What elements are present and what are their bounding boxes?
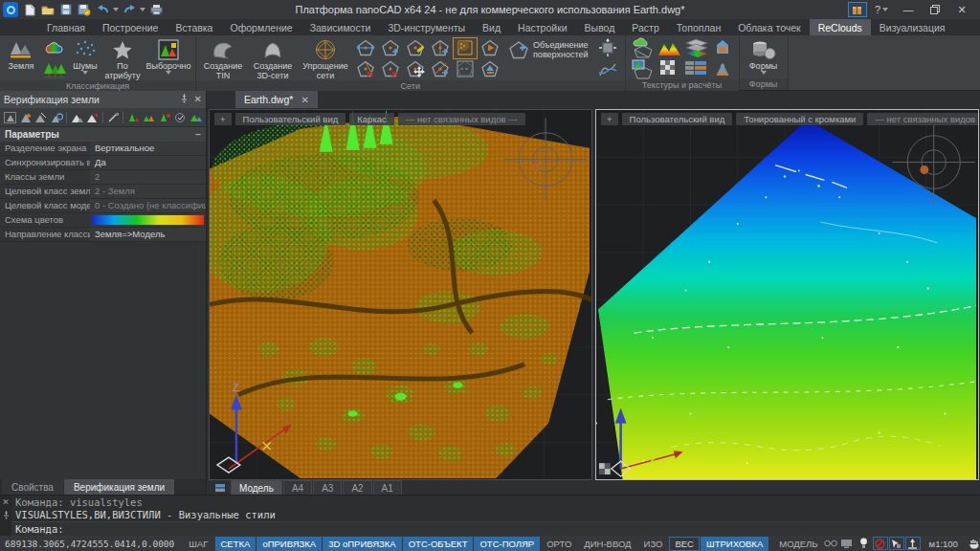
redo-dropdown-icon[interactable] — [140, 8, 145, 11]
classify-noise-button[interactable]: Шумы — [70, 37, 100, 75]
parameter-row[interactable]: Целевой класс модели 0 - Создано (не кла… — [0, 199, 206, 213]
add-to-ground-icon[interactable] — [70, 110, 83, 124]
mesh-add-edge-icon[interactable] — [429, 59, 452, 79]
ground-point-filter-icon[interactable] — [18, 110, 32, 124]
ribbon-tab[interactable]: Настройки — [509, 19, 576, 35]
ribbon-tab[interactable]: Облака точек — [729, 19, 809, 35]
remove-from-ground-icon[interactable] — [86, 110, 100, 124]
maximize-button[interactable] — [923, 1, 947, 18]
model-tab[interactable]: Модель — [231, 480, 282, 495]
classify-vegetation-icon[interactable] — [40, 59, 69, 80]
view-name-button[interactable]: Пользовательский вид — [235, 113, 346, 125]
panel-tab[interactable]: Верификация земли — [64, 479, 174, 495]
noise-dropdown-icon[interactable] — [82, 71, 88, 75]
pan-icon[interactable] — [967, 537, 980, 550]
texture-checker-icon[interactable] — [657, 59, 680, 79]
verify-orbit-icon[interactable] — [173, 110, 187, 124]
status-toggle[interactable]: ОТС-ОБЪЕКТ — [403, 537, 474, 551]
ribbon-tab[interactable]: Оформление — [221, 19, 301, 35]
texture-table-icon[interactable] — [684, 59, 707, 79]
simplify-mesh-button[interactable]: Упрощение сети — [299, 37, 352, 80]
linked-views-button[interactable]: --- нет связанных видов --- — [867, 113, 979, 125]
redo-icon[interactable] — [122, 2, 137, 17]
document-tab[interactable]: Earth.dwg* ✕ — [235, 91, 318, 108]
visual-style-button[interactable]: Тонированный с кромками — [736, 113, 863, 125]
status-toggle[interactable]: 3D оПРИВЯЗКА — [323, 537, 402, 551]
ribbon-tab[interactable]: Топоплан — [668, 19, 729, 35]
mesh-stretch-icon[interactable] — [354, 38, 377, 58]
parameter-row[interactable]: Схема цветов — [0, 213, 206, 228]
ribbon-tab[interactable]: Вид — [474, 19, 509, 35]
texture-elevation-map-icon[interactable] — [657, 38, 680, 58]
shapes-button[interactable]: Формы — [743, 37, 785, 75]
collapse-icon[interactable]: − — [195, 129, 201, 140]
visual-style-button[interactable]: Каркас — [349, 113, 394, 125]
help-button[interactable]: ? — [869, 4, 894, 15]
layout-tab[interactable]: A1 — [373, 480, 402, 495]
mesh-texture-icon[interactable] — [479, 59, 501, 79]
command-close-icon[interactable]: ✕ — [2, 497, 10, 507]
texture-layers-icon[interactable] — [684, 38, 707, 58]
linked-views-button[interactable]: --- нет связанных видов --- — [398, 113, 525, 125]
glasses-icon[interactable] — [823, 537, 838, 550]
classify-cloud-icon[interactable] — [40, 37, 69, 58]
ribbon-tab[interactable]: Вывод — [576, 19, 624, 35]
section-profile-icon[interactable] — [593, 59, 622, 80]
mesh-crop-icon[interactable] — [454, 38, 477, 58]
viewport-menu-button[interactable]: + — [214, 113, 232, 125]
classify-low-veg-icon[interactable] — [158, 110, 171, 124]
mesh-add-point-icon[interactable] — [379, 38, 402, 58]
merge-surfaces-button[interactable]: Объединениеповерхностей — [503, 37, 592, 62]
draw-line-icon[interactable] — [106, 110, 120, 124]
parameter-row[interactable]: Разделение экрана Вертикальное — [0, 142, 206, 156]
status-toggle[interactable]: ОРТО — [541, 537, 577, 551]
parameters-section-header[interactable]: Параметры− — [0, 127, 206, 142]
save-icon[interactable] — [58, 2, 74, 17]
panel-close-icon[interactable]: ✕ — [194, 94, 202, 105]
print-icon[interactable] — [148, 2, 164, 17]
mesh-delete-point-icon[interactable] — [354, 59, 377, 79]
ribbon-tab[interactable]: Главная — [38, 19, 94, 35]
mesh-play-icon[interactable] — [479, 38, 501, 58]
undo-icon[interactable] — [95, 2, 110, 17]
classify-high-veg-icon[interactable] — [126, 110, 140, 124]
create-3d-mesh-button[interactable]: Создание 3D-сети — [248, 37, 298, 80]
screen-settings-icon[interactable] — [839, 537, 855, 550]
texture-image-mesh-icon[interactable] — [631, 59, 654, 79]
classify-selective-button[interactable]: Выборочно — [145, 37, 192, 75]
ribbon-tab[interactable]: 3D-инструменты — [379, 19, 474, 35]
viewport-left[interactable]: Z + Пользовательский вид Каркас — [209, 109, 592, 480]
mesh-delete-x-icon[interactable] — [379, 59, 402, 79]
status-toggle[interactable]: ШАГ — [183, 537, 213, 551]
elevation-surface-scene[interactable] — [596, 110, 978, 479]
parameter-row[interactable]: Синхронизировать в... Да — [0, 156, 206, 170]
layout-tab[interactable]: A3 — [313, 480, 342, 495]
section-view-icon[interactable] — [711, 38, 734, 58]
status-toggle[interactable]: ВЕС — [669, 537, 700, 551]
pin-icon[interactable] — [180, 94, 189, 105]
ribbon-tab[interactable]: Визуализация — [871, 19, 954, 35]
ground-box-filter-icon[interactable] — [3, 110, 16, 124]
layout-tab[interactable]: A2 — [343, 480, 371, 495]
parameter-row[interactable]: Направление класси... Земля=>Модель — [0, 228, 206, 242]
mesh-add-breakline-icon[interactable] — [429, 38, 452, 58]
point-cloud-scene[interactable]: Z — [210, 110, 591, 479]
terrain-elevation-icon[interactable] — [189, 110, 203, 124]
ribbon-tab[interactable]: Построение — [94, 19, 167, 35]
ground-sphere-filter-icon[interactable] — [50, 110, 63, 124]
ribbon-tab[interactable]: Растр — [623, 19, 667, 35]
shapes-dropdown-icon[interactable] — [761, 71, 767, 75]
minimize-button[interactable]: — — [896, 1, 921, 18]
command-prompt-input[interactable]: Команда: — [11, 521, 980, 536]
open-file-icon[interactable] — [40, 2, 56, 17]
status-toggle[interactable]: ШТРИХОВКА — [701, 537, 768, 551]
command-history[interactable]: Команда: visualstyles VISUALSTYLES,ВИ,ВИ… — [11, 496, 980, 521]
viewport-right[interactable]: + Пользовательский вид Тонированный с кр… — [595, 109, 979, 480]
save-all-icon[interactable] — [77, 2, 92, 17]
status-toggle[interactable]: ОТС-ПОЛЯР — [474, 537, 540, 551]
status-toggle[interactable]: СЕТКА — [215, 537, 256, 551]
view-name-button[interactable]: Пользовательский вид — [622, 113, 733, 125]
new-file-icon[interactable] — [22, 2, 37, 17]
space-switch-button[interactable]: МОДЕЛЬ — [769, 539, 821, 549]
document-tab-close-icon[interactable]: ✕ — [301, 95, 308, 105]
